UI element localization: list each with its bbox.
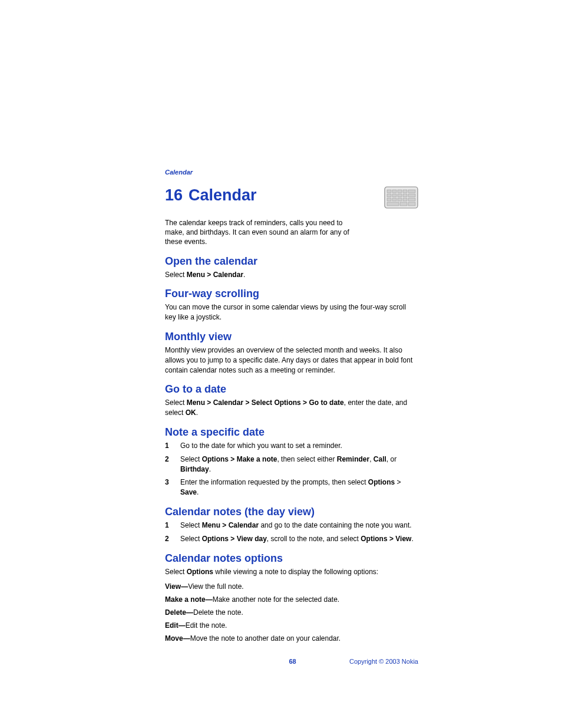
heading-go-to-date: Go to a date <box>165 383 418 396</box>
svg-rect-16 <box>387 202 399 206</box>
four-way-scrolling-body: You can move the cursor in some calendar… <box>165 302 418 322</box>
svg-rect-18 <box>408 202 415 206</box>
svg-rect-15 <box>408 198 415 201</box>
heading-open-calendar: Open the calendar <box>165 255 418 268</box>
heading-note-specific-date: Note a specific date <box>165 426 418 439</box>
chapter-header-row: 16Calendar <box>165 186 418 211</box>
svg-rect-2 <box>392 190 396 193</box>
list-item: 1 Go to the date for which you want to s… <box>165 441 418 451</box>
svg-rect-17 <box>400 202 407 206</box>
svg-rect-11 <box>387 198 391 201</box>
svg-rect-12 <box>392 198 396 201</box>
list-item: 2 Select Options > Make a note, then sel… <box>165 454 418 475</box>
chapter-name: Calendar <box>189 186 257 204</box>
chapter-intro: The calendar keeps track of reminders, c… <box>165 218 353 247</box>
open-calendar-body: Select Menu > Calendar. <box>165 270 418 280</box>
go-to-date-body: Select Menu > Calendar > Select Options … <box>165 398 418 418</box>
calendar-keyboard-icon <box>384 186 418 211</box>
monthly-view-body: Monthly view provides an overview of the… <box>165 345 418 375</box>
chapter-number: 16 <box>165 186 183 204</box>
svg-rect-13 <box>398 198 402 201</box>
copyright: Copyright © 2003 Nokia <box>349 658 418 665</box>
note-specific-date-steps: 1 Go to the date for which you want to s… <box>165 441 418 498</box>
list-item: 1 Select Menu > Calendar and go to the d… <box>165 521 418 531</box>
option-item: Make a note—Make another note for the se… <box>165 595 418 604</box>
day-view-steps: 1 Select Menu > Calendar and go to the d… <box>165 521 418 544</box>
option-item: Edit—Edit the note. <box>165 621 418 630</box>
option-item: Delete—Delete the note. <box>165 608 418 617</box>
page-content: Calendar 16Calendar The calendar keeps t… <box>0 0 562 665</box>
svg-rect-6 <box>387 194 391 197</box>
heading-four-way-scrolling: Four-way scrolling <box>165 288 418 300</box>
list-item: 2 Select Options > View day, scroll to t… <box>165 534 418 544</box>
svg-rect-7 <box>392 194 396 197</box>
heading-calendar-notes-options: Calendar notes options <box>165 552 418 565</box>
chapter-title: 16Calendar <box>165 186 257 205</box>
options-intro: Select Options while viewing a note to d… <box>165 567 418 577</box>
svg-rect-8 <box>398 194 402 197</box>
svg-rect-14 <box>403 198 407 201</box>
heading-monthly-view: Monthly view <box>165 331 418 343</box>
svg-rect-5 <box>408 190 415 193</box>
option-item: View—View the full note. <box>165 582 418 591</box>
svg-rect-9 <box>403 194 407 197</box>
list-item: 3 Enter the information requested by the… <box>165 477 418 498</box>
svg-rect-4 <box>403 190 407 193</box>
svg-rect-10 <box>408 194 415 197</box>
options-list: View—View the full note. Make a note—Mak… <box>165 582 418 643</box>
page-number: 68 <box>236 658 349 665</box>
page-footer: 68 Copyright © 2003 Nokia <box>165 658 418 665</box>
heading-calendar-notes-day-view: Calendar notes (the day view) <box>165 506 418 518</box>
option-item: Move—Move the note to another date on yo… <box>165 634 418 643</box>
svg-rect-3 <box>398 190 402 193</box>
svg-rect-1 <box>387 190 391 193</box>
running-head: Calendar <box>165 169 418 176</box>
